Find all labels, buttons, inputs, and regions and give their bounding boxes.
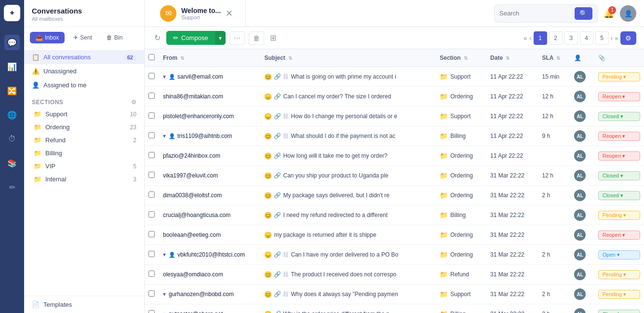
row-emoji: 😞 — [264, 113, 272, 120]
nav-icon-conversations[interactable]: 💬 — [4, 35, 20, 50]
page-1-button[interactable]: 1 — [534, 31, 547, 45]
compose-button[interactable]: ✏ Compose — [166, 31, 215, 45]
status-badge[interactable]: Reopen ▾ — [598, 132, 640, 141]
page-4-button[interactable]: 4 — [580, 31, 593, 45]
col-sla: SLA ⇅ — [538, 49, 570, 67]
sidebar-item-all-conversations[interactable]: 📋 All convresations 62 — [24, 50, 144, 64]
subject-text: My package says delivered, but I didn't … — [283, 192, 389, 199]
compose-dropdown-button[interactable]: ▾ — [215, 31, 226, 45]
from-email: olesyaa@omdiaco.com — [163, 271, 223, 278]
all-conversations-icon: 📋 — [32, 54, 40, 61]
sections-header: Sections ⚙ — [24, 94, 144, 108]
nav-icon-edit[interactable]: ✏ — [4, 179, 20, 195]
sidebar-item-assigned-to-me[interactable]: 👤 Assigned to me — [24, 78, 144, 92]
row-checkbox-11[interactable] — [148, 290, 155, 297]
row-checkbox-0[interactable] — [148, 73, 155, 79]
status-badge[interactable]: Closed ▾ — [598, 171, 640, 180]
assigned-icon: 👤 — [32, 82, 40, 89]
row-emoji: 😞 — [264, 93, 272, 100]
from-email: crucialj@hoangticusa.com — [163, 212, 230, 218]
section-name: Ordering — [450, 251, 473, 258]
sections-settings-icon[interactable]: ⚙ — [131, 99, 137, 106]
sidebar-item-templates[interactable]: 📄 Templates — [24, 296, 144, 313]
section-folder-icon: 📁 — [440, 211, 448, 219]
row-checkbox-4[interactable] — [148, 152, 155, 158]
tab-inbox[interactable]: 📥 Inbox — [30, 32, 65, 43]
row-date: 31 Mar 22:22 — [486, 166, 538, 186]
select-all-checkbox[interactable] — [148, 54, 155, 60]
tab-sent[interactable]: ✈ Sent — [67, 32, 98, 43]
row-date: 11 Apr 22:22 — [486, 67, 538, 87]
folder-vip[interactable]: 📁 VIP 5 — [24, 160, 144, 173]
row-checkbox-3[interactable] — [148, 132, 155, 138]
status-badge[interactable]: Reopen ▾ — [598, 92, 640, 101]
refresh-button[interactable]: ↻ — [152, 31, 162, 44]
delete-button[interactable]: 🗑 — [249, 31, 264, 45]
status-badge[interactable]: Reopen ▾ — [598, 151, 640, 161]
row-date: 11 Apr 22:22 — [486, 126, 538, 146]
filter-button[interactable]: ⊞ — [268, 31, 278, 44]
ticket-close-button[interactable]: ✕ — [226, 8, 233, 19]
status-badge[interactable]: Closed ▾ — [598, 112, 640, 121]
subject-text: my package is returned after it is shipp… — [274, 231, 376, 238]
user-avatar-button[interactable]: 👤 — [620, 5, 636, 22]
row-checkbox-6[interactable] — [148, 191, 155, 198]
page-5-button[interactable]: 5 — [595, 31, 609, 45]
status-badge[interactable]: Closed ▾ — [598, 191, 640, 200]
notification-button[interactable]: 🔔 1 — [604, 8, 614, 19]
row-checkbox-10[interactable] — [148, 271, 155, 277]
col-from: From ⇅ — [159, 49, 260, 67]
status-badge[interactable]: Pending ▾ — [598, 72, 640, 82]
more-options-button[interactable]: ⋯ — [229, 31, 245, 45]
page-first-button[interactable]: « — [523, 34, 527, 42]
sidebar-item-unassigned[interactable]: ⚠️ Unassigned — [24, 64, 144, 78]
status-chevron-icon: ▾ — [620, 311, 623, 313]
row-checkbox-8[interactable] — [148, 231, 155, 237]
page-prev-button[interactable]: ‹ — [529, 34, 532, 42]
status-badge[interactable]: Pending ▾ — [598, 211, 640, 220]
row-emoji: 😊 — [264, 311, 272, 313]
row-checkbox-12[interactable] — [148, 310, 155, 313]
status-badge[interactable]: Reopen ▾ — [598, 231, 640, 240]
app-logo: ✦ — [4, 5, 20, 21]
table-row: pistolet@enhanceronly.com 😞 🔗⛓ How do I … — [145, 107, 644, 126]
page-2-button[interactable]: 2 — [549, 31, 563, 45]
conversations-table-container: From ⇅ Subject ⇅ Section ⇅ Date ⇅ SLA ⇅ … — [145, 49, 644, 313]
page-3-button[interactable]: 3 — [564, 31, 578, 45]
section-folder-icon: 📁 — [440, 152, 448, 160]
nav-icon-history[interactable]: ⏱ — [4, 131, 20, 147]
status-chevron-icon: ▾ — [622, 153, 625, 159]
section-folder-icon: 📁 — [440, 290, 448, 298]
row-checkbox-1[interactable] — [148, 93, 155, 99]
status-badge[interactable]: Closed ▾ — [598, 310, 640, 313]
folder-billing[interactable]: 📁 Billing — [24, 147, 144, 160]
status-badge[interactable]: Pending ▾ — [598, 290, 640, 299]
nav-icon-channels[interactable]: 🌐 — [4, 107, 20, 122]
row-date: 11 Apr 22:22 — [486, 146, 538, 166]
folder-support[interactable]: 📁 Support 10 — [24, 108, 144, 121]
nav-icon-library[interactable]: 📚 — [4, 155, 20, 171]
row-emoji: 😞 — [264, 231, 272, 239]
nav-icon-integrations[interactable]: 🔀 — [4, 83, 20, 98]
table-settings-button[interactable]: ⚙ — [620, 31, 636, 45]
status-chevron-icon: ▾ — [623, 212, 626, 218]
row-checkbox-7[interactable] — [148, 211, 155, 218]
row-checkbox-2[interactable] — [148, 112, 155, 119]
nav-icon-analytics[interactable]: 📊 — [4, 59, 20, 74]
folder-internal[interactable]: 📁 Internal 3 — [24, 173, 144, 186]
sidebar-tabs: 📥 Inbox ✈ Sent 🗑 Bin — [24, 27, 144, 48]
status-chevron-icon: ▾ — [620, 173, 623, 179]
tab-bin[interactable]: 🗑 Bin — [101, 32, 128, 43]
folder-refund[interactable]: 📁 Refund 2 — [24, 134, 144, 147]
row-checkbox-5[interactable] — [148, 172, 155, 178]
search-input[interactable] — [499, 10, 572, 17]
page-last-button[interactable]: » — [615, 34, 618, 42]
page-next-button[interactable]: › — [611, 34, 613, 42]
search-button[interactable]: 🔍 — [575, 7, 592, 20]
folder-ordering[interactable]: 📁 Ordering 23 — [24, 121, 144, 134]
status-badge[interactable]: Open ▾ — [598, 250, 640, 259]
unassigned-icon: ⚠️ — [32, 68, 40, 75]
row-checkbox-9[interactable] — [148, 251, 155, 257]
from-email: pfazio@24hinbox.com — [163, 152, 220, 159]
status-badge[interactable]: Pending ▾ — [598, 270, 640, 279]
